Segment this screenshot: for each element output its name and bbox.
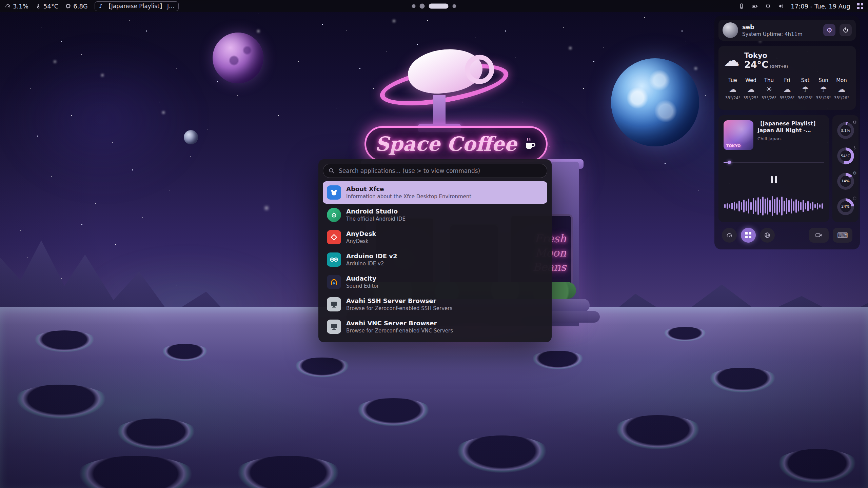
arduino-icon [327, 252, 341, 267]
crater [292, 358, 353, 379]
clock[interactable]: 17:09 - Tue, 19 Aug [791, 3, 850, 10]
crater [610, 415, 705, 452]
pause-icon [771, 176, 773, 183]
temperature-stat: 54°C [836, 146, 855, 166]
forecast-day: Fri ☁ 35°/26° [778, 77, 796, 100]
app-desc: Sound Editor [346, 283, 379, 289]
topbar-left: 3.1% 54°C 6.8G ♪ 【Japanese Playlist】 J..… [5, 1, 179, 11]
app-name: About Xfce [346, 185, 471, 192]
app-row-audacity[interactable]: Audacity Sound Editor [323, 271, 547, 293]
memory-indicator: 6.8G [65, 3, 88, 10]
app-row-anydesk[interactable]: AnyDesk AnyDesk [323, 226, 547, 248]
apps-button[interactable] [741, 228, 756, 243]
app-name: Avahi VNC Server Browser [346, 320, 453, 327]
launcher-search [323, 164, 547, 178]
forecast-day: Tue ☁ 33°/24° [724, 77, 742, 100]
screen-record-button[interactable] [809, 228, 829, 243]
battery-icon[interactable] [751, 3, 758, 9]
crater [112, 419, 200, 452]
disk-stat-value: 24% [841, 204, 849, 209]
gauge-icon [5, 3, 11, 9]
forecast-day: Wed ☁ 35°/25° [742, 77, 760, 100]
app-name: Avahi SSH Server Browser [346, 297, 452, 304]
video-camera-icon [815, 232, 823, 239]
audio-waveform [724, 195, 824, 217]
forecast-day-label: Mon [836, 77, 847, 83]
music-player-card: TOKYO 【Japanese Playlist】 Japan All Nigh… [718, 115, 829, 222]
apps-grid-icon [857, 3, 863, 9]
settings-button[interactable]: ⚙ [823, 24, 835, 36]
app-desc: Information about the Xfce Desktop Envir… [346, 194, 471, 200]
xfce-icon [327, 185, 341, 200]
app-row-arduino[interactable]: Arduino IDE v2 Arduino IDE v2 [323, 248, 547, 271]
workspace-dot[interactable] [453, 4, 456, 8]
sign-text: Space Coffee [375, 133, 517, 156]
app-name: AnyDesk [346, 230, 376, 237]
globe-icon [764, 232, 771, 239]
system-stats-card: 3.1% 54°C 14% ⚙ [832, 115, 859, 222]
avahi-vnc-icon [327, 320, 341, 334]
anydesk-icon [327, 230, 341, 244]
topbar-now-playing[interactable]: ♪ 【Japanese Playlist】 J... [95, 1, 179, 11]
bell-icon[interactable] [765, 3, 771, 9]
pause-button[interactable] [769, 175, 778, 185]
forecast-day-label: Tue [728, 77, 737, 83]
performance-button[interactable] [722, 228, 737, 243]
app-menu-button[interactable] [857, 3, 863, 9]
forecast-day: Sat ☂ 36°/26° [796, 77, 814, 100]
purple-planet [213, 33, 263, 83]
thermometer-icon [852, 145, 857, 150]
crater [231, 456, 346, 488]
app-name: Arduino IDE v2 [346, 252, 397, 260]
crater [71, 456, 200, 488]
coffee-cup-icon [522, 137, 537, 151]
forecast-day-label: Thu [764, 77, 774, 83]
crater [451, 435, 553, 476]
app-row-about-xfce[interactable]: About Xfce Information about the Xfce De… [323, 181, 547, 204]
crater [10, 385, 112, 422]
volume-icon[interactable] [778, 3, 784, 9]
keyboard-button[interactable]: ⌨ [833, 228, 852, 243]
weather-icon: ☁ [724, 52, 739, 69]
thermometer-icon [35, 3, 41, 9]
memory-stat-value: 14% [841, 179, 849, 183]
app-desc: The official Android IDE [346, 216, 406, 222]
cpu-stat-value: 3.1% [841, 128, 850, 133]
apps-grid-icon [745, 232, 751, 238]
forecast-day-label: Sun [818, 77, 828, 83]
sign-pedestal [433, 95, 446, 129]
network-button[interactable] [760, 228, 775, 243]
forecast-day-label: Fri [784, 77, 790, 83]
memory-stat: 14% ⚙ [836, 171, 855, 191]
small-moon [184, 130, 198, 144]
workspace-dot[interactable] [420, 4, 425, 9]
workspace-active-pill[interactable] [429, 4, 449, 9]
weather-timezone: (GMT+9) [770, 64, 788, 69]
power-button[interactable] [840, 24, 852, 36]
desktop: Fresh Moon Beans Space Coffee [0, 0, 868, 488]
forecast-day: Mon ☁ 33°/26° [833, 77, 850, 100]
workspace-dot[interactable] [412, 4, 416, 8]
forecast-icon: ☁ [747, 85, 755, 94]
app-row-avahi-ssh[interactable]: Avahi SSH Server Browser Browse for Zero… [323, 293, 547, 316]
clock-text: 17:09 - Tue, 19 Aug [791, 3, 850, 10]
album-art: TOKYO [724, 120, 753, 150]
app-row-android-studio[interactable]: Android Studio The official Android IDE [323, 204, 547, 226]
search-icon [328, 167, 335, 174]
progress-bar[interactable] [724, 161, 824, 164]
app-row-avahi-vnc[interactable]: Avahi VNC Server Browser Browse for Zero… [323, 316, 547, 338]
chip-icon [65, 3, 71, 9]
phone-icon[interactable] [738, 3, 745, 9]
pause-icon [775, 176, 777, 183]
progress-knob[interactable] [728, 161, 731, 164]
forecast-temps: 33°/26° [816, 96, 831, 100]
forecast-temps: 33°/24° [725, 96, 741, 100]
weather-city: Tokyo [744, 52, 788, 60]
search-input[interactable] [323, 164, 547, 178]
avahi-ssh-icon [327, 297, 341, 311]
music-note-icon: ♪ [99, 3, 103, 9]
avatar[interactable] [723, 22, 738, 38]
track-subtitle: Chill Japan. [757, 136, 824, 141]
progress-track [724, 162, 824, 163]
app-list: About Xfce Information about the Xfce De… [323, 181, 547, 338]
